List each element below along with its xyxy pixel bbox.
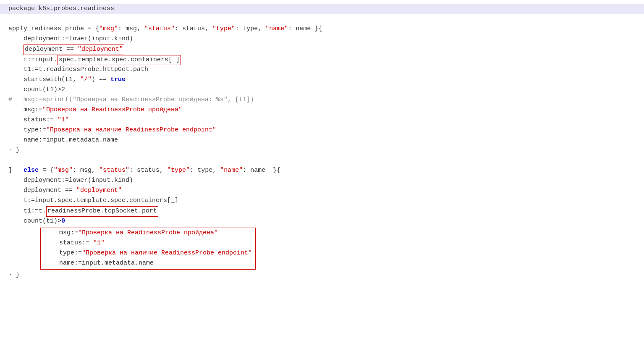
line-close-2: · } [0, 270, 644, 281]
line-else-rule: ] else = {"msg": msg, "status": status, … [0, 166, 644, 176]
line-deployment-lower-1: deployment:=lower(input.kind) [0, 34, 644, 45]
line-name-1: name:=input.metadata.name [0, 136, 644, 146]
line-comment: # msg:=sprintf("Проверка на ReadinessPro… [0, 95, 644, 105]
line-t1-tcpsocket: t1:=t.readinessProbe.tcpSocket.port [0, 206, 644, 217]
line-count-1: count(t1)>2 [0, 85, 644, 95]
line-startswith: startswith(t1, "/") == true [0, 75, 644, 85]
line-count-2: count(t1)>0 [0, 217, 644, 227]
line-msg-1: msg:="Проверка на ReadinessProbe пройден… [0, 105, 644, 115]
line-deployment-eq-2: deployment == "deployment" [0, 186, 644, 196]
box-tcpsocket: readinessProbe.tcpSocket.port [46, 206, 158, 217]
line-apply-rule: apply_rediness_probe = {"msg": msg, "sta… [0, 24, 644, 34]
multiline-red-box: msg:="Проверка на ReadinessProbe пройден… [40, 228, 256, 270]
line-deployment-eq-1: deployment == "deployment" [0, 45, 644, 55]
line-status-1: status:= "1" [0, 115, 644, 126]
box-spec-containers-1: spec.template.spec.containers[_] [58, 55, 181, 66]
line-name-2: name:=input.metadata.name [44, 259, 252, 269]
line-blank-2 [0, 156, 644, 166]
code-text: package k8s.probes.readiness [8, 4, 114, 14]
code-editor: package k8s.probes.readiness apply_redin… [0, 0, 644, 341]
line-type-1: type:="Проверка на наличие ReadinessProb… [0, 126, 644, 136]
line-msg-2: msg:="Проверка на ReadinessProbe пройден… [44, 228, 252, 239]
line-t-assign-2: t:=input.spec.template.spec.containers[_… [0, 196, 644, 206]
line-t1-httpget: t1:=t.readinessProbe.httpGet.path [0, 65, 644, 75]
line-close-1: · } [0, 146, 644, 156]
line-package: package k8s.probes.readiness [0, 4, 644, 14]
line-t-assign-1: t:=input.spec.template.spec.containers[_… [0, 55, 644, 66]
box-deployment-eq-1: deployment == "deployment" [24, 45, 124, 55]
line-deployment-lower-2: deployment:=lower(input.kind) [0, 176, 644, 186]
line-status-2: status:= "1" [44, 239, 252, 249]
line-blank-1 [0, 14, 644, 24]
line-type-2: type:="Проверка на наличие ReadinessProb… [44, 249, 252, 259]
